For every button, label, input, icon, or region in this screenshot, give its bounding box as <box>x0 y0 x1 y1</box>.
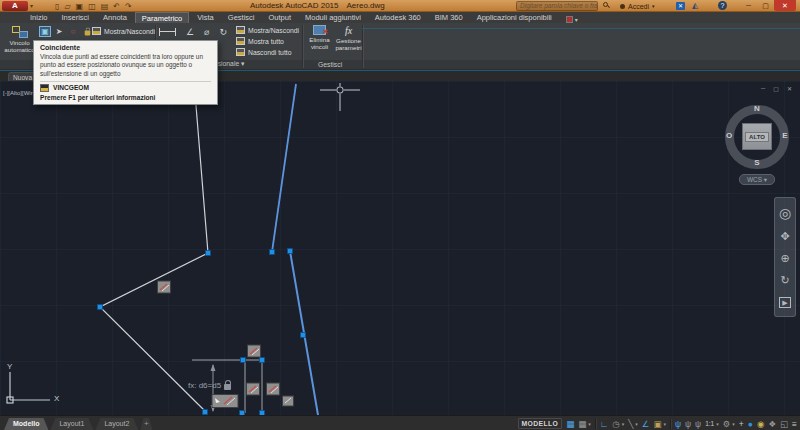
viewcube-top-face[interactable]: ALTO <box>742 123 772 150</box>
tab-vista[interactable]: Vista <box>191 12 220 23</box>
title-bar: A ▾ ▯ ▱ ▣ ◫ ▤ ↶ ↷ Autodesk AutoCAD 2015A… <box>0 0 800 12</box>
object-snap-tracking-icon[interactable]: ∠ <box>642 417 650 430</box>
tooltip-body: Vincola due punti ad essere coincidenti … <box>40 53 211 78</box>
geometric-show-hide-button[interactable]: Mostra/Nascondi <box>92 27 155 35</box>
help-icon[interactable]: ? <box>718 1 727 10</box>
new-icon[interactable]: ▯ <box>55 2 59 11</box>
tab-autodesk-360[interactable]: Autodesk 360 <box>369 12 427 23</box>
parameters-manager-button[interactable]: fx Gestione parametri <box>333 25 364 51</box>
user-icon <box>620 4 625 9</box>
navigation-wheel-icon[interactable]: ◎ <box>779 206 791 220</box>
graphics-performance-icon[interactable]: ❖ <box>768 417 776 430</box>
tangent-constraint-button[interactable]: ○ <box>67 26 79 37</box>
doc-close-icon[interactable]: ✕ <box>787 85 792 92</box>
exchange-apps-icon[interactable]: ✕ <box>676 2 685 10</box>
viewcube-west[interactable]: O <box>722 131 736 140</box>
minimize-button[interactable]: ─ <box>740 0 757 11</box>
model-space-button[interactable]: MODELLO <box>518 418 563 429</box>
workspace-switching-icon[interactable]: ⚙ <box>723 417 731 430</box>
parallel-constraint-badge[interactable] <box>267 383 280 395</box>
annotation-visibility-icon[interactable]: ψ <box>675 417 681 430</box>
tab-bim-360[interactable]: BIM 360 <box>429 12 469 23</box>
dim-show-all-button[interactable]: Mostra tutto <box>236 36 299 46</box>
white-polyline[interactable] <box>100 81 208 413</box>
annotation-scale-icon[interactable]: ψ <box>695 417 701 430</box>
clean-screen-icon[interactable]: ◱ <box>780 417 788 430</box>
dim-show-all-icon <box>236 37 245 45</box>
plot-icon[interactable]: ▤ <box>101 2 109 11</box>
sign-in-button[interactable]: Accedi ▾ <box>620 0 655 12</box>
redo-icon[interactable]: ↷ <box>125 2 132 11</box>
drawing-canvas[interactable]: [-][Alto][Wireframe 2D] ─ ▢ ✕ N O E S AL… <box>0 81 800 415</box>
grid-icon[interactable]: ▦ <box>566 417 574 430</box>
search-input[interactable]: Digitare parola chiave o frase <box>516 1 598 11</box>
tab-parametrico[interactable]: Parametrico <box>135 12 189 23</box>
doc-minimize-icon[interactable]: ─ <box>761 85 765 92</box>
showmotion-icon[interactable]: ▶ <box>779 297 790 308</box>
customization-icon[interactable]: ≡ <box>792 417 797 430</box>
status-bar: Modello Layout1 Layout2 + MODELLO ▦ ▦▾ ∟… <box>0 415 800 430</box>
viewcube-south[interactable]: S <box>750 158 764 167</box>
save-as-icon[interactable]: ◫ <box>88 2 96 11</box>
selected-line-a[interactable] <box>272 84 296 252</box>
delete-constraints-button[interactable]: Elimina vincoli <box>304 25 335 50</box>
parallel-constraint-badge[interactable] <box>248 345 261 357</box>
save-icon[interactable]: ▣ <box>76 2 84 11</box>
snap-icon[interactable]: ▦ <box>578 417 586 430</box>
restore-button[interactable]: ▢ <box>757 0 774 11</box>
coincident-constraint-button[interactable]: ▣ <box>39 26 51 37</box>
angular-constraint-button[interactable]: ∠ <box>186 28 194 37</box>
linear-constraint-button[interactable] <box>159 28 176 36</box>
polar-tracking-icon[interactable]: ◷ <box>612 417 619 430</box>
parallel-constraint-badge[interactable] <box>247 383 260 395</box>
viewcube-wcs-menu[interactable]: WCS ▾ <box>739 174 775 185</box>
new-layout-button[interactable]: + <box>140 418 152 430</box>
close-button[interactable]: ✕ <box>774 0 796 11</box>
open-icon[interactable]: ▱ <box>64 2 70 11</box>
coincident-constraint-badge[interactable] <box>283 396 294 406</box>
constraint-badge-group[interactable] <box>212 395 238 408</box>
doc-restore-icon[interactable]: ▢ <box>773 85 779 92</box>
tab-gestisci[interactable]: Gestisci <box>222 12 261 23</box>
parallel-constraint-badge[interactable] <box>158 281 171 293</box>
selection-cursor-icon[interactable]: ➤ <box>53 26 65 37</box>
tab-inizio[interactable]: Inizio <box>24 12 54 23</box>
dim-show-hide-button[interactable]: Mostra/Nascondi <box>236 25 299 35</box>
app-menu-caret-icon[interactable]: ▾ <box>30 2 33 9</box>
annotation-monitor-icon[interactable]: + <box>739 417 744 430</box>
object-snap-icon[interactable]: ▣ <box>653 417 661 430</box>
pan-icon[interactable]: ✥ <box>780 231 789 242</box>
annotation-autoscale-icon[interactable]: ψ <box>685 417 691 430</box>
hardware-acceleration-icon[interactable]: ● <box>748 417 753 430</box>
performance-recorder-icon[interactable]: ▾ <box>560 16 578 23</box>
panel-label-gestisci[interactable]: Gestisci <box>318 61 342 68</box>
ortho-icon[interactable]: ∟ <box>600 417 608 430</box>
isolate-objects-icon[interactable]: ◉ <box>757 417 764 430</box>
app-logo[interactable]: A <box>2 1 28 11</box>
annotation-scale-value[interactable]: 1:1 <box>705 417 714 430</box>
tab-modello[interactable]: Modello <box>4 418 48 430</box>
diameter-constraint-button[interactable]: ⌀ <box>204 28 209 37</box>
window-buttons: ─ ▢ ✕ <box>740 0 796 12</box>
viewcube-east[interactable]: E <box>778 131 792 140</box>
tab-layout1[interactable]: Layout1 <box>50 418 93 430</box>
viewcube-north[interactable]: N <box>750 104 764 113</box>
dimensional-constraint-label[interactable]: fx: d6=d5 <box>188 381 231 390</box>
tab-output[interactable]: Output <box>262 12 297 23</box>
orbit-icon[interactable]: ↻ <box>780 275 789 286</box>
isometric-drafting-icon[interactable]: ╲ <box>628 417 633 430</box>
tab-applicazioni-disponibili[interactable]: Applicazioni disponibili <box>471 12 558 23</box>
tab-moduli-aggiuntivi[interactable]: Moduli aggiuntivi <box>299 12 367 23</box>
tab-layout2[interactable]: Layout2 <box>95 418 138 430</box>
undo-icon[interactable]: ↶ <box>113 2 120 11</box>
search-icon[interactable] <box>603 2 610 9</box>
dim-hide-all-button[interactable]: Nascondi tutto <box>236 47 299 57</box>
zoom-icon[interactable]: ⊕ <box>780 253 789 264</box>
auto-constrain-button[interactable]: Vincolo automatico <box>2 25 37 67</box>
ucs-icon <box>7 372 50 403</box>
autodesk360-icon[interactable]: ◭ <box>692 1 698 10</box>
radius-constraint-button[interactable]: ↻ <box>220 28 228 37</box>
auto-constrain-icon <box>12 26 28 38</box>
tab-inserisci[interactable]: Inserisci <box>56 12 96 23</box>
tab-annota[interactable]: Annota <box>97 12 133 23</box>
